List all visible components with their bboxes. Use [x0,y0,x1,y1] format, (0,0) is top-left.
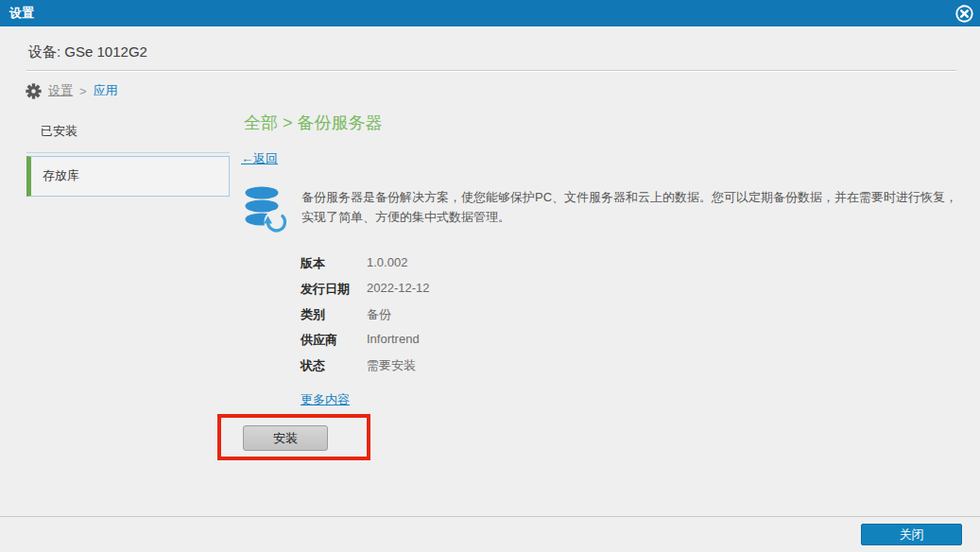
sidebar: 已安装 存放库 [26,113,230,197]
detail-label: 发行日期 [301,281,367,298]
breadcrumb: 设置 > 应用 [26,82,118,99]
status-value: 需要安装 [367,357,416,374]
sidebar-item-label: 存放库 [43,168,79,182]
app-description-line1: 备份服务器是备份解决方案，使您能够保护PC、文件服务器和云上的数据。您可以定期备… [301,187,957,207]
device-title-divider [26,70,956,71]
detail-label: 类别 [301,306,367,323]
detail-row-vendor: 供应商 Infortrend [301,332,430,357]
footer-divider [0,516,980,517]
app-summary: 备份服务器是备份解决方案，使您能够保护PC、文件服务器和云上的数据。您可以定期备… [243,184,966,235]
sidebar-item-repository[interactable]: 存放库 [26,156,230,197]
detail-row-release-date: 发行日期 2022-12-12 [301,281,430,306]
breadcrumb-apps-link[interactable]: 应用 [94,82,118,99]
install-button[interactable]: 安装 [243,425,328,451]
sidebar-item-label: 已安装 [41,124,77,138]
dialog-titlebar: 设置 [0,0,980,26]
more-content-link[interactable]: 更多内容 [301,391,350,408]
detail-row-version: 版本 1.0.002 [301,255,430,281]
detail-label: 供应商 [301,332,367,349]
detail-value: 备份 [367,306,391,323]
app-description-line2: 实现了简单、方便的集中式数据管理。 [301,207,957,227]
detail-row-category: 类别 备份 [301,306,430,332]
sidebar-item-installed[interactable]: 已安装 [26,113,230,153]
breadcrumb-separator: > [79,84,87,98]
dialog-title: 设置 [9,5,34,22]
settings-dialog: 设置 设备: GSe 1012G2 设置 > [0,0,980,552]
detail-value: 1.0.002 [367,255,407,269]
app-details: 版本 1.0.002 发行日期 2022-12-12 类别 备份 供应商 Inf… [301,255,430,383]
detail-value: 2022-12-12 [367,281,430,295]
device-title: 设备: GSe 1012G2 [28,43,147,61]
back-link[interactable]: ←返回 [241,150,278,167]
gear-icon [26,83,42,99]
database-sync-icon [243,184,290,235]
close-button[interactable]: 关闭 [861,524,962,545]
close-icon[interactable] [954,3,974,24]
detail-row-status: 状态 需要安装 [301,357,430,383]
detail-label: 版本 [301,255,367,272]
app-description: 备份服务器是备份解决方案，使您能够保护PC、文件服务器和云上的数据。您可以定期备… [301,184,957,235]
page-title: 全部 > 备份服务器 [244,112,383,134]
detail-value: Infortrend [367,332,420,346]
breadcrumb-settings-link[interactable]: 设置 [48,82,73,99]
detail-label: 状态 [301,357,367,374]
